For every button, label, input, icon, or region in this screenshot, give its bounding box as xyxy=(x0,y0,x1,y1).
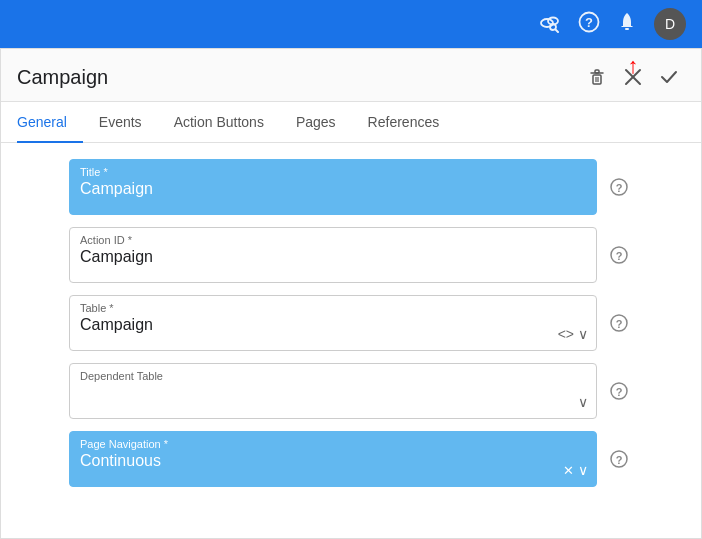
svg-rect-6 xyxy=(625,28,629,30)
dependent-table-field[interactable]: Dependent Table ∨ xyxy=(69,363,597,419)
panel-content: Title * Campaign ? Action ID * Campaign xyxy=(1,143,701,538)
svg-text:?: ? xyxy=(585,15,593,30)
page-navigation-help-button[interactable]: ? xyxy=(605,445,633,473)
help-circle-icon[interactable]: ? xyxy=(578,11,600,38)
title-value: Campaign xyxy=(80,180,586,198)
dependent-table-field-icons: ∨ xyxy=(578,394,588,410)
page-navigation-value: Continuous xyxy=(80,452,586,470)
svg-text:?: ? xyxy=(616,454,623,466)
table-value: Campaign xyxy=(80,316,586,334)
form-row-action-id: Action ID * Campaign ? xyxy=(61,227,641,283)
form-row-title: Title * Campaign ? xyxy=(61,159,641,215)
table-dropdown-icon[interactable]: ∨ xyxy=(578,326,588,342)
close-button[interactable]: ↑ xyxy=(617,61,649,93)
title-field[interactable]: Title * Campaign xyxy=(69,159,597,215)
bell-icon[interactable] xyxy=(616,11,638,38)
panel-header: Campaign ↑ xyxy=(1,49,701,102)
tab-action-buttons[interactable]: Action Buttons xyxy=(158,102,280,142)
svg-text:?: ? xyxy=(616,318,623,330)
tab-general[interactable]: General xyxy=(17,102,83,142)
page-navigation-field[interactable]: Page Navigation * Continuous ✕ ∨ xyxy=(69,431,597,487)
svg-rect-9 xyxy=(595,70,599,73)
tab-references[interactable]: References xyxy=(352,102,456,142)
panel: Campaign ↑ xyxy=(0,48,702,539)
dependent-table-label: Dependent Table xyxy=(80,370,586,382)
page-navigation-dropdown-icon[interactable]: ∨ xyxy=(578,462,588,478)
page-title: Campaign xyxy=(17,66,108,89)
title-label: Title * xyxy=(80,166,586,178)
form-row-table: Table * Campaign <> ∨ ? xyxy=(61,295,641,351)
table-code-icon[interactable]: <> xyxy=(558,326,574,342)
dependent-table-value xyxy=(80,384,586,402)
dependent-table-help-button[interactable]: ? xyxy=(605,377,633,405)
form-row-page-navigation: Page Navigation * Continuous ✕ ∨ ? xyxy=(61,431,641,487)
action-id-field[interactable]: Action ID * Campaign xyxy=(69,227,597,283)
svg-text:?: ? xyxy=(616,182,623,194)
page-navigation-clear-icon[interactable]: ✕ xyxy=(563,463,574,478)
table-field[interactable]: Table * Campaign <> ∨ xyxy=(69,295,597,351)
panel-wrapper: Campaign ↑ xyxy=(0,48,702,539)
avatar[interactable]: D xyxy=(654,8,686,40)
delete-button[interactable] xyxy=(581,61,613,93)
page-navigation-field-icons: ✕ ∨ xyxy=(563,462,588,478)
page-navigation-label: Page Navigation * xyxy=(80,438,586,450)
tab-pages[interactable]: Pages xyxy=(280,102,352,142)
table-field-icons: <> ∨ xyxy=(558,326,588,342)
confirm-button[interactable] xyxy=(653,61,685,93)
title-help-button[interactable]: ? xyxy=(605,173,633,201)
tab-events[interactable]: Events xyxy=(83,102,158,142)
dependent-table-dropdown-icon[interactable]: ∨ xyxy=(578,394,588,410)
svg-rect-7 xyxy=(593,75,601,84)
action-id-label: Action ID * xyxy=(80,234,586,246)
top-bar: ? D xyxy=(0,0,702,48)
svg-text:?: ? xyxy=(616,386,623,398)
panel-actions: ↑ xyxy=(581,61,685,93)
table-help-button[interactable]: ? xyxy=(605,309,633,337)
tabs: General Events Action Buttons Pages Refe… xyxy=(1,102,701,143)
action-id-value: Campaign xyxy=(80,248,586,266)
table-label: Table * xyxy=(80,302,586,314)
form-row-dependent-table: Dependent Table ∨ ? xyxy=(61,363,641,419)
svg-line-3 xyxy=(556,29,559,32)
action-id-help-button[interactable]: ? xyxy=(605,241,633,269)
search-cloud-icon[interactable] xyxy=(538,10,562,39)
svg-text:?: ? xyxy=(616,250,623,262)
